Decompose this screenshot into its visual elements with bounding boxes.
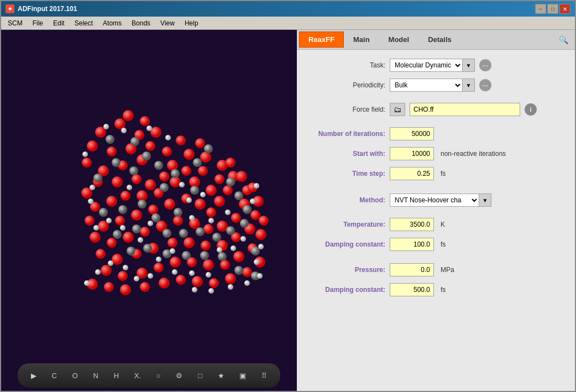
svg-point-156: [250, 198, 255, 204]
task-dropdown-arrow[interactable]: ▼: [462, 59, 474, 71]
task-label: Task:: [308, 61, 385, 69]
minimize-button[interactable]: −: [535, 4, 546, 14]
start-with-row: Start with: non-reactive iterations: [308, 147, 564, 160]
iterations-input[interactable]: [390, 127, 434, 140]
dots-button[interactable]: ⠿: [259, 370, 270, 381]
method-select[interactable]: NVT Nose-Hoover cha: [390, 196, 479, 205]
svg-point-78: [118, 271, 128, 281]
tab-main[interactable]: Main: [344, 32, 379, 48]
method-dropdown-arrow[interactable]: ▼: [479, 194, 491, 206]
molecule-svg: [1, 30, 297, 356]
temperature-input[interactable]: [390, 218, 434, 231]
oxygen-button[interactable]: O: [70, 370, 81, 381]
svg-point-70: [201, 241, 211, 250]
custom-button[interactable]: X.: [132, 370, 144, 381]
tab-model[interactable]: Model: [379, 32, 419, 48]
svg-point-32: [198, 166, 208, 176]
force-field-row: Force field: 🗂 i: [308, 103, 564, 116]
periodicity-dropdown[interactable]: Bulk ▼: [390, 79, 475, 92]
svg-point-173: [206, 272, 211, 278]
svg-point-90: [104, 282, 114, 292]
menu-help[interactable]: Help: [180, 18, 203, 28]
svg-point-107: [171, 169, 180, 178]
menu-view[interactable]: View: [156, 18, 179, 28]
svg-point-6: [82, 158, 92, 168]
svg-point-53: [123, 232, 134, 243]
svg-point-178: [257, 273, 263, 279]
periodicity-row: Periodicity: Bulk ▼ ···: [308, 79, 564, 92]
menu-atoms[interactable]: Atoms: [98, 18, 126, 28]
task-dropdown[interactable]: Molecular Dynamics ▼: [390, 59, 475, 72]
svg-point-111: [99, 208, 108, 217]
periodicity-dropdown-arrow[interactable]: ▼: [462, 79, 474, 91]
svg-point-85: [233, 251, 244, 262]
svg-point-12: [140, 116, 150, 126]
pressure-row: Pressure: MPa: [308, 263, 564, 276]
periodicity-more-button[interactable]: ···: [479, 79, 491, 91]
svg-point-128: [226, 226, 235, 235]
svg-point-160: [217, 247, 222, 253]
menu-file[interactable]: File: [28, 18, 48, 28]
svg-point-87: [255, 229, 266, 240]
damping2-input[interactable]: [390, 283, 434, 296]
close-button[interactable]: ✕: [559, 4, 570, 14]
svg-point-30: [176, 135, 186, 145]
svg-point-42: [148, 205, 158, 215]
play-button[interactable]: ▶: [28, 370, 39, 381]
damping1-input[interactable]: [390, 238, 434, 251]
folder-button[interactable]: 🗂: [390, 103, 405, 116]
temperature-unit: K: [441, 221, 445, 228]
svg-point-68: [167, 238, 177, 248]
svg-point-175: [208, 288, 214, 294]
time-step-label: Time step:: [308, 170, 385, 177]
start-with-input[interactable]: [390, 147, 434, 160]
title-bar: ★ ADFinput 2017.101 − □ ✕: [1, 1, 575, 17]
svg-point-38: [85, 216, 95, 226]
svg-point-24: [121, 191, 130, 201]
periodicity-select[interactable]: Bulk: [390, 81, 462, 90]
svg-point-88: [259, 216, 269, 226]
title-bar-left: ★ ADFinput 2017.101: [6, 4, 77, 13]
menu-bonds[interactable]: Bonds: [127, 18, 155, 28]
star-button[interactable]: ★: [215, 370, 227, 381]
form-area: Task: Molecular Dynamics ▼ ··· Periodici…: [297, 50, 575, 391]
pressure-unit: MPa: [441, 266, 454, 274]
svg-point-169: [134, 276, 139, 281]
svg-point-171: [172, 269, 177, 275]
iterations-label: Number of iterations:: [308, 130, 385, 138]
settings-button[interactable]: ⚙: [173, 370, 185, 381]
task-more-button[interactable]: ···: [479, 59, 491, 71]
pressure-input[interactable]: [390, 263, 434, 276]
svg-point-83: [203, 259, 214, 270]
method-dropdown[interactable]: NVT Nose-Hoover cha ▼: [390, 194, 491, 207]
force-field-info-button[interactable]: i: [525, 103, 537, 116]
tab-details[interactable]: Details: [418, 32, 461, 48]
time-step-input[interactable]: [390, 167, 434, 180]
ring-button[interactable]: ○: [154, 370, 164, 381]
task-select[interactable]: Molecular Dynamics: [390, 61, 462, 70]
temperature-label: Temperature:: [308, 221, 385, 228]
menu-select[interactable]: Select: [70, 18, 97, 28]
svg-point-45: [195, 198, 206, 210]
tab-reaxff[interactable]: ReaxFF: [299, 32, 344, 48]
grid-button[interactable]: ▣: [237, 370, 249, 381]
svg-point-163: [254, 259, 259, 265]
svg-point-158: [170, 248, 175, 254]
maximize-button[interactable]: □: [547, 4, 558, 14]
svg-point-13: [123, 110, 134, 121]
carbon-button[interactable]: C: [49, 370, 60, 381]
damping2-unit: fs: [441, 286, 446, 294]
force-field-input[interactable]: [410, 103, 520, 116]
nitrogen-button[interactable]: N: [91, 370, 101, 381]
search-button[interactable]: 🔍: [554, 33, 573, 46]
select-rect-button[interactable]: □: [195, 370, 205, 381]
svg-point-122: [196, 227, 205, 236]
molecule-view: [1, 30, 297, 360]
svg-point-150: [148, 221, 153, 226]
tabs-bar: ReaxFF Main Model Details 🔍: [297, 30, 575, 50]
menu-edit[interactable]: Edit: [49, 18, 69, 28]
menu-scm[interactable]: SCM: [3, 18, 27, 28]
hydrogen-button[interactable]: H: [111, 370, 122, 381]
svg-point-176: [228, 284, 233, 290]
time-step-row: Time step: fs: [308, 167, 564, 180]
